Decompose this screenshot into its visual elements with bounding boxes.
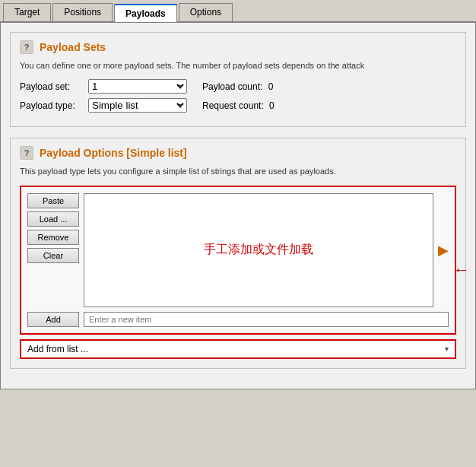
- payload-inner: Paste Load ... Remove Clear 手工添加或文件加载 ▶: [27, 193, 449, 307]
- payload-sets-desc: You can define one or more payload sets.…: [20, 60, 456, 71]
- add-row: Add: [27, 312, 449, 327]
- payload-sets-title: Payload Sets: [40, 41, 106, 53]
- clear-button[interactable]: Clear: [27, 248, 79, 263]
- help-icon-options[interactable]: ?: [20, 146, 33, 160]
- load-button[interactable]: Load ...: [27, 211, 79, 227]
- payload-sets-header: ? Payload Sets: [20, 40, 456, 54]
- payload-count-display: Payload count: 0: [202, 81, 273, 92]
- side-arrow-icon: ←: [453, 262, 470, 278]
- remove-button[interactable]: Remove: [27, 230, 79, 245]
- add-from-list-wrapper: Add from list ...: [21, 341, 455, 357]
- tab-payloads[interactable]: Payloads: [114, 4, 177, 22]
- tab-target[interactable]: Target: [3, 3, 51, 21]
- tab-positions[interactable]: Positions: [52, 3, 113, 21]
- main-content: ? Payload Sets You can define one or mor…: [0, 23, 476, 389]
- tab-bar: Target Positions Payloads Options: [0, 0, 476, 23]
- payload-options-box: Paste Load ... Remove Clear 手工添加或文件加载 ▶ …: [20, 186, 456, 335]
- arrow-right-icon: ▶: [438, 242, 449, 259]
- add-item-input[interactable]: [84, 312, 449, 327]
- paste-button[interactable]: Paste: [27, 193, 79, 208]
- request-count-display: Request count: 0: [202, 100, 274, 111]
- add-from-list-row: Add from list ...: [20, 339, 456, 359]
- button-column: Paste Load ... Remove Clear: [27, 193, 79, 263]
- payload-sets-section: ? Payload Sets You can define one or mor…: [10, 32, 466, 127]
- payload-set-select[interactable]: 1 2 3 4: [88, 79, 187, 94]
- payload-options-title: Payload Options [Simple list]: [40, 147, 187, 159]
- payload-set-label: Payload set:: [20, 81, 88, 92]
- add-from-list-select[interactable]: Add from list ...: [21, 341, 455, 357]
- payload-set-select-wrapper: 1 2 3 4: [88, 79, 187, 94]
- help-icon-sets[interactable]: ?: [20, 40, 33, 54]
- payload-type-select[interactable]: Simple list Runtime file Custom iterator…: [88, 98, 187, 113]
- payload-type-row: Payload type: Simple list Runtime file C…: [20, 98, 456, 113]
- payload-set-row: Payload set: 1 2 3 4 Payload count: 0: [20, 79, 456, 94]
- tab-options[interactable]: Options: [179, 3, 233, 21]
- payload-options-header: ? Payload Options [Simple list]: [20, 146, 456, 160]
- payload-options-desc: This payload type lets you configure a s…: [20, 166, 456, 177]
- add-button[interactable]: Add: [27, 312, 79, 327]
- payload-options-container: Paste Load ... Remove Clear 手工添加或文件加载 ▶ …: [20, 186, 456, 359]
- payload-type-label: Payload type:: [20, 100, 88, 111]
- payload-type-select-wrapper: Simple list Runtime file Custom iterator…: [88, 98, 187, 113]
- payload-options-section: ? Payload Options [Simple list] This pay…: [10, 138, 466, 368]
- payload-list-area: 手工添加或文件加载: [84, 193, 433, 307]
- list-placeholder-text: 手工添加或文件加载: [204, 242, 313, 258]
